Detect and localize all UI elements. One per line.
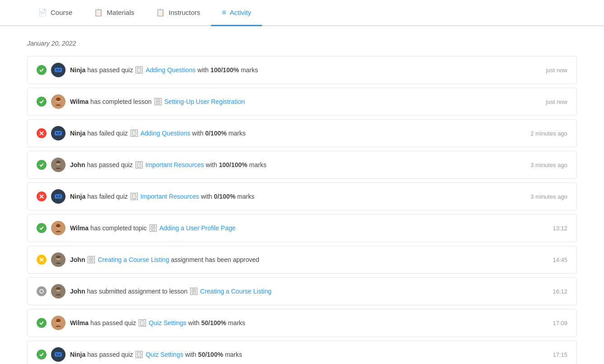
activity-time: 17:09 — [543, 320, 567, 327]
user-name: Wilma — [70, 224, 89, 232]
svg-point-54 — [56, 319, 61, 322]
activity-item: Wilmahas passed quiz?Quiz Settingswith50… — [27, 309, 577, 337]
activity-item: Wilmahas completed topicAdding a User Pr… — [27, 214, 577, 242]
svg-rect-59 — [59, 354, 61, 355]
status-icon — [37, 286, 47, 296]
activity-suffix: with — [206, 161, 217, 168]
activity-link[interactable]: Adding Questions — [145, 66, 196, 74]
quiz-icon: ? — [139, 319, 146, 327]
user-name: John — [70, 161, 85, 168]
user-name: John — [70, 288, 85, 295]
activity-text: Ninjahas failed quiz?Adding Questionswit… — [70, 130, 521, 137]
tab-activity[interactable]: ≡ Activity — [211, 0, 262, 26]
main-content: January 20, 2022 Ninjahas passed quiz?Ad… — [0, 26, 604, 364]
avatar — [51, 347, 66, 362]
svg-point-48 — [56, 287, 61, 290]
activity-suffix: with — [188, 319, 200, 327]
activity-link[interactable]: Quiz Settings — [145, 351, 183, 358]
activity-action: has failed quiz — [87, 130, 128, 137]
lesson-icon — [88, 256, 95, 263]
svg-rect-28 — [59, 196, 61, 197]
tab-materials[interactable]: 📋 Materials — [83, 0, 145, 26]
activity-link[interactable]: Creating a Course Listing — [200, 288, 272, 295]
svg-point-7 — [56, 98, 61, 101]
tab-instructors[interactable]: 📋 Instructors — [145, 0, 211, 26]
user-name: Wilma — [70, 98, 89, 105]
tabs-navigation: 📄 Course 📋 Materials 📋 Instructors ≡ Act… — [0, 0, 604, 26]
quiz-icon: ? — [131, 130, 138, 137]
activity-score-suffix: marks — [241, 66, 258, 74]
tab-instructors-label: Instructors — [169, 9, 200, 16]
svg-rect-58 — [56, 354, 58, 355]
tab-course-label: Course — [51, 9, 72, 16]
avatar — [51, 221, 66, 235]
activity-item: Ninjahas passed quiz?Adding Questionswit… — [27, 56, 577, 84]
instructors-icon: 📋 — [156, 8, 165, 17]
activity-score: 100/100% — [211, 66, 239, 74]
svg-text:?: ? — [133, 195, 135, 198]
user-name: Ninja — [70, 130, 85, 137]
activity-text: Ninjahas passed quiz?Adding Questionswit… — [70, 66, 537, 74]
svg-rect-16 — [59, 132, 61, 134]
svg-point-41 — [56, 256, 61, 258]
activity-suffix: with — [192, 130, 203, 137]
activity-text: Ninjahas failed quiz?Important Resources… — [70, 193, 521, 200]
activity-link[interactable]: Setting-Up User Registration — [164, 98, 245, 105]
svg-rect-60 — [56, 355, 60, 356]
activity-time: 3 minutes ago — [521, 162, 567, 168]
activity-action: has failed quiz — [87, 193, 128, 200]
course-icon: 📄 — [38, 8, 47, 17]
user-name: Wilma — [70, 319, 89, 327]
avatar — [51, 189, 66, 204]
svg-text:?: ? — [138, 353, 140, 356]
svg-rect-27 — [56, 196, 58, 197]
activity-text: Johnhas passed quiz?Important Resourcesw… — [70, 161, 521, 168]
lesson-icon — [190, 288, 197, 295]
svg-point-21 — [56, 161, 61, 163]
svg-text:?: ? — [133, 132, 135, 135]
status-icon — [37, 160, 47, 170]
activity-score: 100/100% — [219, 161, 248, 168]
svg-text:?: ? — [138, 69, 140, 72]
avatar — [51, 316, 66, 330]
activity-suffix: with — [197, 66, 209, 74]
activity-item: Johnhas submitted assignment to lessonCr… — [27, 277, 577, 305]
activity-link[interactable]: Adding a User Profile Page — [159, 224, 236, 232]
status-icon — [37, 318, 47, 328]
quiz-icon: ? — [136, 351, 143, 358]
activity-item: Ninjahas passed quiz?Quiz Settingswith50… — [27, 341, 577, 364]
lesson-icon — [150, 224, 157, 232]
activity-action: has submitted assignment to lesson — [87, 288, 187, 295]
avatar — [51, 158, 66, 172]
svg-text:?: ? — [141, 322, 143, 325]
activity-time: just now — [537, 98, 567, 105]
activity-time: 16:12 — [543, 288, 567, 295]
activity-time: 3 minutes ago — [521, 193, 567, 200]
activity-item: Johnhas passed quiz?Important Resourcesw… — [27, 151, 577, 179]
activity-link[interactable]: Quiz Settings — [149, 319, 186, 327]
activity-time: 14:45 — [543, 257, 567, 263]
quiz-icon: ? — [136, 161, 143, 168]
activity-link[interactable]: Important Resources — [140, 193, 199, 200]
activity-time: just now — [537, 67, 567, 74]
user-name: Ninja — [70, 66, 85, 74]
tab-course[interactable]: 📄 Course — [27, 0, 83, 26]
activity-time: 17:15 — [543, 351, 567, 358]
status-icon — [37, 191, 47, 201]
quiz-icon: ? — [136, 66, 143, 74]
activity-link[interactable]: Important Resources — [145, 161, 204, 168]
svg-rect-29 — [56, 197, 60, 198]
svg-point-46 — [40, 289, 43, 293]
svg-rect-2 — [59, 69, 61, 70]
activity-text: Johnhas submitted assignment to lessonCr… — [70, 288, 543, 295]
status-icon — [37, 255, 47, 265]
activity-link[interactable]: Creating a Course Listing — [98, 256, 169, 263]
activity-item: Ninjahas failed quiz?Adding Questionswit… — [27, 119, 577, 147]
avatar — [51, 252, 66, 267]
date-label: January 20, 2022 — [27, 40, 577, 47]
activity-link[interactable]: Adding Questions — [140, 130, 191, 137]
activity-suffix: with — [185, 351, 197, 358]
activity-text: Wilmahas completed lessonSetting-Up User… — [70, 98, 537, 105]
svg-rect-3 — [56, 71, 60, 72]
user-name: Ninja — [70, 193, 85, 200]
